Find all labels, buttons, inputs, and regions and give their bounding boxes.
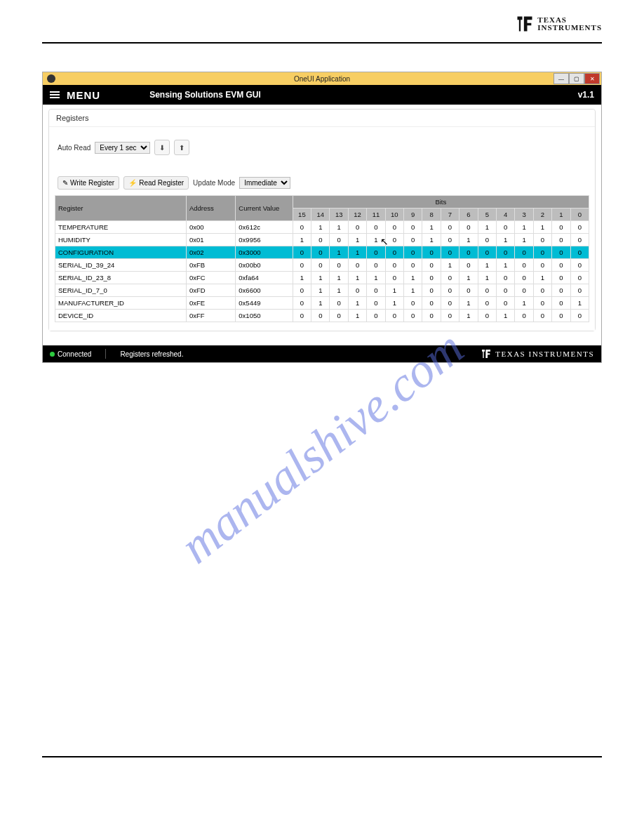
bit-cell[interactable]: 0: [404, 234, 422, 246]
bit-cell[interactable]: 1: [367, 272, 385, 284]
bit-cell[interactable]: 0: [459, 284, 478, 297]
upload-button[interactable]: ⬆: [174, 140, 189, 155]
bit-cell[interactable]: 0: [570, 246, 589, 259]
bit-cell[interactable]: 0: [570, 284, 589, 297]
bit-cell[interactable]: 0: [422, 297, 441, 310]
bit-cell[interactable]: 0: [404, 310, 422, 322]
bit-cell[interactable]: 0: [293, 310, 311, 322]
bit-cell[interactable]: 1: [533, 272, 551, 284]
bit-cell[interactable]: 0: [330, 234, 348, 246]
bit-cell[interactable]: 1: [496, 234, 514, 246]
bit-cell[interactable]: 0: [385, 221, 403, 234]
bit-cell[interactable]: 1: [459, 272, 478, 284]
bit-cell[interactable]: 0: [311, 234, 330, 246]
bit-cell[interactable]: 1: [404, 284, 422, 297]
table-row[interactable]: SERIAL_ID_23_80xFC0xfa641111101001100100: [55, 272, 589, 284]
menu-icon[interactable]: [50, 91, 60, 98]
bit-cell[interactable]: 1: [515, 297, 533, 310]
bit-cell[interactable]: 0: [385, 246, 403, 259]
bit-cell[interactable]: 0: [552, 272, 570, 284]
bit-cell[interactable]: 0: [311, 246, 330, 259]
bit-cell[interactable]: 1: [570, 297, 589, 310]
bit-cell[interactable]: 1: [441, 259, 459, 272]
bit-cell[interactable]: 1: [330, 246, 348, 259]
bit-cell[interactable]: 1: [293, 272, 311, 284]
bit-cell[interactable]: 0: [533, 284, 551, 297]
bit-cell[interactable]: 0: [570, 310, 589, 322]
bit-cell[interactable]: 1: [422, 221, 441, 234]
bit-cell[interactable]: 1: [478, 272, 496, 284]
bit-cell[interactable]: 0: [441, 221, 459, 234]
bit-cell[interactable]: 1: [459, 310, 478, 322]
bit-cell[interactable]: 0: [552, 297, 570, 310]
bit-cell[interactable]: 0: [552, 234, 570, 246]
bit-cell[interactable]: 0: [367, 246, 385, 259]
table-row[interactable]: MANUFACTURER_ID0xFE0x5449010101000100100…: [55, 297, 589, 310]
bit-cell[interactable]: 0: [496, 246, 514, 259]
bit-cell[interactable]: 0: [441, 272, 459, 284]
bit-cell[interactable]: 0: [533, 234, 551, 246]
auto-read-select[interactable]: Every 1 sec: [95, 142, 150, 154]
bit-cell[interactable]: 1: [496, 259, 514, 272]
bit-cell[interactable]: 0: [293, 246, 311, 259]
bit-cell[interactable]: 1: [348, 246, 366, 259]
bit-cell[interactable]: 1: [311, 272, 330, 284]
bit-cell[interactable]: 0: [385, 310, 403, 322]
bit-cell[interactable]: 0: [404, 221, 422, 234]
bit-cell[interactable]: 1: [330, 221, 348, 234]
bit-cell[interactable]: 0: [459, 246, 478, 259]
bit-cell[interactable]: 0: [533, 310, 551, 322]
bit-cell[interactable]: 1: [515, 234, 533, 246]
bit-cell[interactable]: 0: [422, 310, 441, 322]
bit-cell[interactable]: 0: [367, 221, 385, 234]
table-row[interactable]: CONFIGURATION0x020x30000011000000000000: [55, 246, 589, 259]
bit-cell[interactable]: 0: [422, 246, 441, 259]
bit-cell[interactable]: 0: [533, 246, 551, 259]
bit-cell[interactable]: 1: [330, 272, 348, 284]
bit-cell[interactable]: 0: [330, 310, 348, 322]
bit-cell[interactable]: 0: [367, 259, 385, 272]
bit-cell[interactable]: 0: [515, 246, 533, 259]
bit-cell[interactable]: 0: [422, 284, 441, 297]
bit-cell[interactable]: 0: [570, 272, 589, 284]
bit-cell[interactable]: 0: [348, 284, 366, 297]
download-button[interactable]: ⬇: [154, 140, 170, 155]
bit-cell[interactable]: 0: [478, 234, 496, 246]
bit-cell[interactable]: 0: [367, 284, 385, 297]
bit-cell[interactable]: 1: [348, 297, 366, 310]
bit-cell[interactable]: 1: [385, 284, 403, 297]
table-row[interactable]: TEMPERATURE0x000x612c0110000100101100: [55, 221, 589, 234]
bit-cell[interactable]: 0: [478, 310, 496, 322]
table-row[interactable]: HUMIDITY0x010x99561001100101011000: [55, 234, 589, 246]
bit-cell[interactable]: 0: [570, 259, 589, 272]
bit-cell[interactable]: 0: [311, 310, 330, 322]
bit-cell[interactable]: 0: [422, 259, 441, 272]
bit-cell[interactable]: 0: [496, 272, 514, 284]
table-row[interactable]: SERIAL_ID_39_240xFB0x00b0000000001011000…: [55, 259, 589, 272]
bit-cell[interactable]: 0: [552, 246, 570, 259]
bit-cell[interactable]: 0: [385, 272, 403, 284]
bit-cell[interactable]: 0: [515, 310, 533, 322]
bit-cell[interactable]: 0: [441, 310, 459, 322]
bit-cell[interactable]: 0: [348, 221, 366, 234]
bit-cell[interactable]: 0: [515, 259, 533, 272]
bit-cell[interactable]: 0: [330, 297, 348, 310]
bit-cell[interactable]: 0: [459, 259, 478, 272]
bit-cell[interactable]: 0: [478, 246, 496, 259]
bit-cell[interactable]: 1: [311, 221, 330, 234]
bit-cell[interactable]: 0: [552, 310, 570, 322]
bit-cell[interactable]: 0: [515, 284, 533, 297]
bit-cell[interactable]: 0: [348, 259, 366, 272]
bit-cell[interactable]: 0: [367, 310, 385, 322]
bit-cell[interactable]: 1: [459, 297, 478, 310]
bit-cell[interactable]: 1: [348, 234, 366, 246]
bit-cell[interactable]: 1: [496, 310, 514, 322]
bit-cell[interactable]: 0: [533, 297, 551, 310]
bit-cell[interactable]: 0: [552, 259, 570, 272]
bit-cell[interactable]: 0: [515, 272, 533, 284]
update-mode-select[interactable]: Immediate: [239, 177, 290, 189]
bit-cell[interactable]: 1: [385, 297, 403, 310]
bit-cell[interactable]: 1: [311, 297, 330, 310]
bit-cell[interactable]: 0: [552, 221, 570, 234]
bit-cell[interactable]: 0: [404, 297, 422, 310]
